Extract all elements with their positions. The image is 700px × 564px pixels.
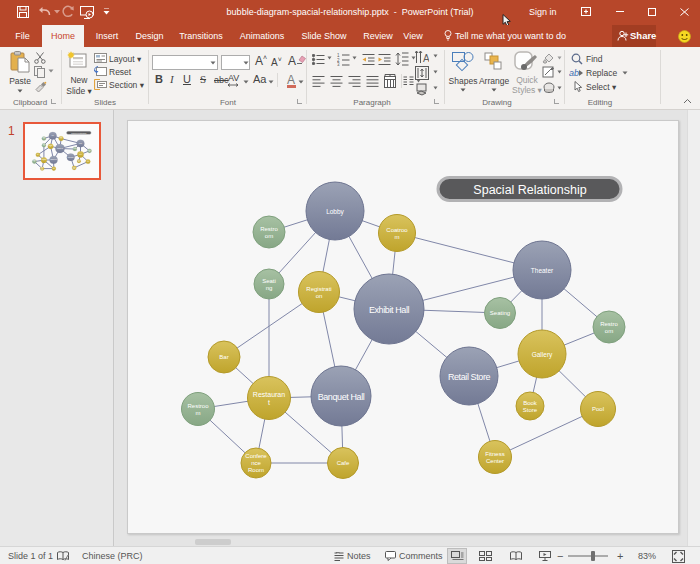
svg-text:3: 3 — [337, 62, 340, 66]
svg-text:ab: ab — [569, 68, 579, 78]
svg-text:A: A — [423, 53, 429, 64]
